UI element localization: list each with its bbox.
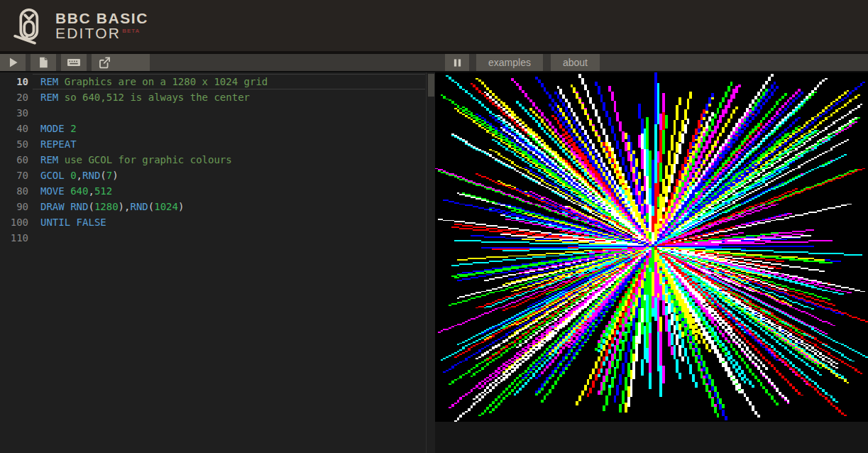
line-number: 50 [0, 136, 33, 152]
run-button[interactable] [0, 54, 26, 71]
code-line[interactable]: 20REM so 640,512 is always the center [0, 89, 435, 105]
app-title: BBC BASIC EDITORBETA [55, 11, 148, 41]
code-line-text: REM use GCOL for graphic colours [33, 152, 425, 168]
output-canvas [435, 72, 868, 422]
share-icon [98, 56, 111, 69]
app-title-line2: EDITORBETA [55, 26, 148, 40]
code-line-text [33, 105, 425, 121]
tab-about[interactable]: about [551, 54, 600, 71]
line-number: 60 [0, 152, 33, 168]
owl-logo-icon [10, 6, 47, 45]
editor-toolbar [0, 54, 435, 71]
editor-panel: 10REM Graphics are on a 1280 x 1024 grid… [0, 51, 435, 453]
code-line-text: REPEAT [33, 136, 425, 152]
app-title-line1: BBC BASIC [55, 11, 148, 26]
play-icon [6, 56, 19, 69]
line-number: 110 [0, 230, 33, 246]
code-line[interactable]: 40MODE 2 [0, 121, 435, 136]
code-line[interactable]: 30 [0, 105, 435, 121]
line-number: 100 [0, 214, 33, 230]
code-line[interactable]: 80MOVE 640,512 [0, 183, 435, 199]
keyboard-button[interactable] [61, 54, 87, 71]
code-line-text: REM so 640,512 is always the center [33, 89, 425, 105]
code-line-text: MOVE 640,512 [33, 183, 425, 199]
code-line-text: UNTIL FALSE [33, 214, 425, 230]
main-area: 10REM Graphics are on a 1280 x 1024 grid… [0, 51, 868, 453]
toolbar-spacer [117, 54, 150, 71]
line-number: 20 [0, 89, 33, 105]
line-number: 10 [0, 74, 33, 89]
document-icon [37, 56, 50, 69]
keyboard-icon [67, 56, 81, 69]
new-file-button[interactable] [31, 54, 56, 71]
line-number: 30 [0, 105, 33, 121]
line-number: 90 [0, 199, 33, 214]
code-line[interactable]: 70GCOL 0,RND(7) [0, 168, 435, 183]
code-line-text [33, 230, 425, 246]
code-line[interactable]: 110 [0, 230, 435, 246]
share-button[interactable] [92, 54, 117, 71]
code-line[interactable]: 100UNTIL FALSE [0, 214, 435, 230]
output-area [435, 72, 868, 453]
output-toolbar: examples about [435, 54, 868, 71]
output-panel: examples about [435, 51, 868, 453]
line-number: 40 [0, 121, 33, 136]
line-number: 80 [0, 183, 33, 199]
beta-badge: BETA [122, 28, 140, 34]
code-line-text: REM Graphics are on a 1280 x 1024 grid [33, 74, 425, 89]
editor-scrollbar[interactable] [426, 72, 435, 453]
code-line[interactable]: 50REPEAT [0, 136, 435, 152]
pause-button[interactable] [445, 54, 469, 71]
code-line-text: MODE 2 [33, 121, 425, 136]
code-line-text: GCOL 0,RND(7) [33, 168, 425, 183]
code-editor[interactable]: 10REM Graphics are on a 1280 x 1024 grid… [0, 72, 435, 453]
pause-icon [453, 58, 462, 67]
tab-examples[interactable]: examples [476, 54, 543, 71]
code-line-text: DRAW RND(1280),RND(1024) [33, 199, 425, 214]
app-header: BBC BASIC EDITORBETA [0, 0, 868, 51]
editor-scrollbar-thumb[interactable] [428, 74, 434, 97]
line-number: 70 [0, 168, 33, 183]
code-line[interactable]: 10REM Graphics are on a 1280 x 1024 grid [0, 74, 435, 89]
code-line[interactable]: 60REM use GCOL for graphic colours [0, 152, 435, 168]
code-area[interactable]: 10REM Graphics are on a 1280 x 1024 grid… [0, 72, 435, 246]
code-line[interactable]: 90DRAW RND(1280),RND(1024) [0, 199, 435, 214]
